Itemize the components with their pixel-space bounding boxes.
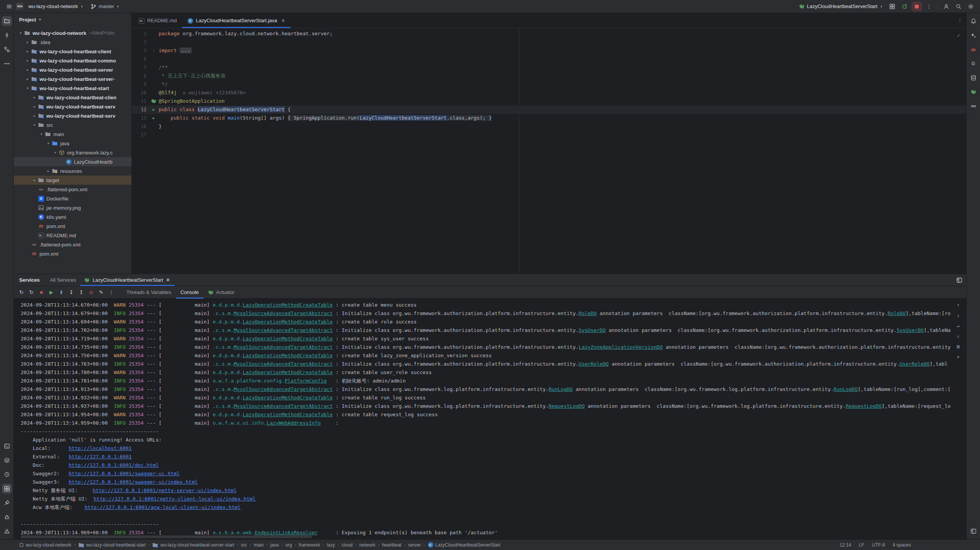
tree-item[interactable]: jar-memory.png xyxy=(14,203,131,212)
breadcrumb-item[interactable]: src xyxy=(241,542,247,548)
tree-chevron-icon[interactable]: ▸ xyxy=(31,114,38,118)
console-link[interactable]: http://localhost:6001 xyxy=(69,445,131,451)
console-link[interactable]: MysqlSourceAdvancedTargetAbstract xyxy=(234,310,333,316)
more-icon[interactable]: ⋮ xyxy=(107,288,116,297)
services-tab[interactable]: All Services xyxy=(46,274,80,286)
console-link[interactable]: RoleDO xyxy=(579,310,597,316)
editor-tab[interactable]: M↓README.md xyxy=(133,13,182,28)
line-separator[interactable]: LF xyxy=(859,542,864,548)
tree-item[interactable]: mpom.xml xyxy=(14,222,131,231)
tree-item[interactable]: CLazyCloudHeartb xyxy=(14,157,131,166)
console-link[interactable]: UserRoleDO xyxy=(579,361,609,367)
console-link[interactable]: http://127.0.0.1:6001/swagger-ui/index.h… xyxy=(69,479,198,485)
settings-icon[interactable] xyxy=(965,2,976,11)
tree-item[interactable]: ▸wu-lazy-cloud-heartbeat-clien xyxy=(14,93,131,102)
project-switcher[interactable]: wu-lazy-cloud-network▾ xyxy=(25,2,86,11)
breadcrumb-item[interactable]: lazy xyxy=(327,542,335,548)
tree-chevron-icon[interactable]: ▸ xyxy=(31,95,38,99)
view-tab-actuator[interactable]: Actuator xyxy=(204,286,239,299)
tree-item[interactable]: ▾wu-lazy-cloud-heartbeat-start xyxy=(14,84,131,93)
window-layout-icon[interactable] xyxy=(955,276,964,285)
breadcrumb-item[interactable]: org xyxy=(286,542,292,548)
console-link[interactable]: LazyWebAddressInfo xyxy=(267,420,321,426)
console-link[interactable]: MysqlSourceAdvancedTargetAbstract xyxy=(234,403,333,409)
breadcrumb-item[interactable]: framework xyxy=(299,542,320,548)
file-encoding[interactable]: UTF-8 xyxy=(872,542,885,548)
grid-icon[interactable] xyxy=(887,2,898,11)
console-link[interactable]: EndpointLinksResolver xyxy=(255,530,318,535)
tree-chevron-icon[interactable]: ▾ xyxy=(45,141,51,145)
stop-icon[interactable]: ■ xyxy=(37,288,46,297)
database-icon[interactable] xyxy=(969,73,978,83)
console-link[interactable]: LazyOperationMethodCreateTable xyxy=(243,336,333,341)
console-link[interactable]: MysqlSourceAdvancedTargetAbstract xyxy=(234,361,333,367)
breadcrumb-item[interactable]: java xyxy=(270,542,279,548)
code-editor[interactable]: 1package org.framework.lazy.cloud.networ… xyxy=(132,28,966,274)
console-link[interactable]: UserRoleDO xyxy=(900,361,929,367)
pause-icon[interactable]: ‖ xyxy=(57,288,66,297)
mute-breakpoints-icon[interactable]: ⊘ xyxy=(87,288,96,297)
project-panel-header[interactable]: Project ▾ xyxy=(14,13,131,26)
maven-icon[interactable]: m xyxy=(969,44,978,54)
console-link[interactable]: LazyOperationMethodCreateTable xyxy=(243,353,333,358)
tree-item[interactable]: ▸wu-lazy-cloud-heartbeat-server xyxy=(14,65,131,74)
breadcrumb-item[interactable]: server xyxy=(408,542,421,548)
terminal-icon[interactable] xyxy=(2,441,12,451)
console-link[interactable]: MysqlSourceAdvancedTargetAbstract xyxy=(234,386,333,392)
rerun-icon[interactable]: ↻ xyxy=(17,288,26,297)
more-tool-windows-icon[interactable] xyxy=(2,59,12,69)
more-run-actions-button[interactable]: ⋮ xyxy=(924,2,934,11)
console-link[interactable]: http://127.0.0.1:6001/netty-client-local… xyxy=(94,496,256,502)
tree-chevron-icon[interactable]: ▾ xyxy=(38,132,44,136)
tree-item[interactable]: ▸resources xyxy=(14,166,131,176)
fold-icon[interactable]: › xyxy=(153,46,155,55)
project-icon[interactable] xyxy=(2,16,12,26)
breadcrumb-item[interactable]: wu-lazy-cloud-heartbeat-start xyxy=(78,542,146,548)
tree-item[interactable]: </>.flattened-pom.xml xyxy=(14,240,131,249)
breadcrumb-item[interactable]: wu-lazy-cloud-heartbeat-server-start xyxy=(152,542,234,548)
console-link[interactable]: LazyOperationMethodCreateTable xyxy=(243,319,333,325)
console-link[interactable]: RequestLogDO xyxy=(845,403,882,409)
console-link[interactable]: http://127.0.0.1:6001 xyxy=(69,454,131,460)
tree-item[interactable]: ▸.idea xyxy=(14,38,131,47)
console-link[interactable]: http://127.0.0.1:6001/doc.html xyxy=(69,462,159,468)
run-gutter-icon[interactable]: ▶ xyxy=(153,105,154,114)
tree-chevron-icon[interactable]: ▾ xyxy=(31,123,38,127)
history-icon[interactable] xyxy=(2,470,12,479)
tree-chevron-icon[interactable]: ▾ xyxy=(18,31,24,35)
soft-wrap-icon[interactable]: ↵ xyxy=(955,322,962,329)
tree-item[interactable]: ▸wu-lazy-cloud-heartbeat-serv xyxy=(14,102,131,111)
docker-icon[interactable] xyxy=(2,455,12,465)
breadcrumb-item[interactable]: main xyxy=(254,542,264,548)
tree-item[interactable]: ▸wu-lazy-cloud-heartbeat-commo xyxy=(14,56,131,65)
breadcrumb-item[interactable]: wu-lazy-cloud-network xyxy=(19,542,71,548)
caret-position[interactable]: 12:14 xyxy=(840,542,851,548)
tree-chevron-icon[interactable]: ▸ xyxy=(25,59,31,62)
tree-item[interactable]: ▸wu-lazy-cloud-heartbeat-server- xyxy=(14,74,131,84)
tree-item[interactable]: ▸wu-lazy-cloud-heartbeat-client xyxy=(14,47,131,56)
tree-chevron-icon[interactable]: ▸ xyxy=(25,49,31,53)
search-icon[interactable] xyxy=(953,2,964,11)
notifications-icon[interactable] xyxy=(969,16,978,26)
vcs-branch-button[interactable]: master▾ xyxy=(87,2,122,11)
tree-chevron-icon[interactable]: ▾ xyxy=(52,151,58,154)
console-link[interactable]: LazyOperationMethodCreateTable xyxy=(243,369,333,375)
build-icon[interactable] xyxy=(2,498,12,508)
ai-assistant-icon[interactable] xyxy=(969,30,978,40)
tree-item[interactable]: ▾main xyxy=(14,130,131,139)
console-link[interactable]: http://127.0.0.1:6001/netty-server-ui/in… xyxy=(93,488,237,493)
editor-tab[interactable]: CLazyCloudHeartbeatServerStart.java✕ xyxy=(182,13,291,28)
console-link[interactable]: LazyOperationMethodCreateTable xyxy=(243,302,333,308)
tree-chevron-icon[interactable]: ▸ xyxy=(25,68,31,72)
problems-icon[interactable] xyxy=(2,526,12,536)
console-link[interactable]: RunLogDO xyxy=(549,386,573,392)
tree-chevron-icon[interactable]: ▾ xyxy=(25,86,31,90)
refresh-icon[interactable]: ↻ xyxy=(27,288,36,297)
console-link[interactable]: http://127.0.0.1:6001/acw-local-client-u… xyxy=(85,504,241,510)
inspections-widget[interactable]: ✓ xyxy=(957,31,960,40)
console[interactable]: 2024-09-28T11:13:14.670+08:00 WARN 25354… xyxy=(14,299,966,539)
edit-icon[interactable]: ✎ xyxy=(97,288,106,297)
close-icon[interactable]: ✕ xyxy=(281,18,285,23)
rerun-button[interactable] xyxy=(899,2,910,11)
services-icon[interactable] xyxy=(2,484,12,494)
